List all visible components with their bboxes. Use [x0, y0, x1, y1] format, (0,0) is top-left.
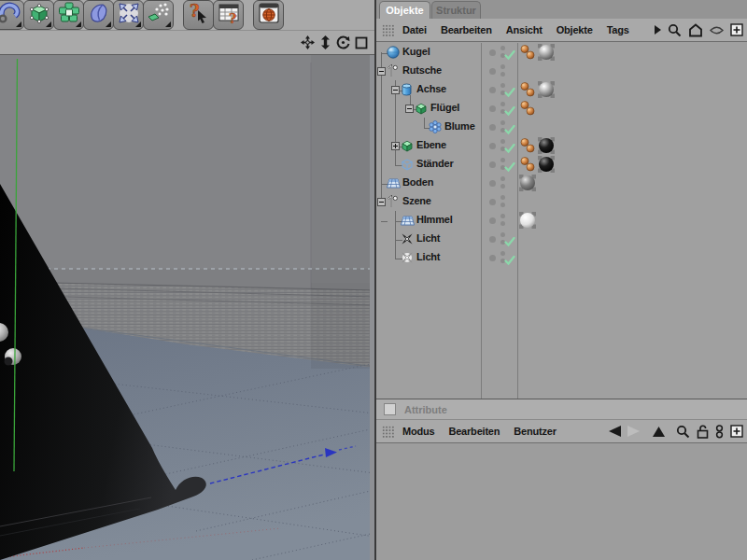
- search-icon[interactable]: [668, 23, 682, 37]
- om-menu-ansicht[interactable]: Ansicht: [506, 24, 543, 35]
- visibility-render-dot[interactable]: [500, 184, 505, 189]
- menu-grip-icon[interactable]: [382, 24, 395, 36]
- object-label[interactable]: Ebene: [416, 139, 446, 150]
- object-label[interactable]: Ständer: [416, 158, 454, 169]
- object-label[interactable]: Kugel: [402, 46, 430, 57]
- menu-grip-icon[interactable]: [382, 426, 395, 438]
- attr-menu-benutzer[interactable]: Benutzer: [514, 426, 556, 437]
- tag-mat-black-icon[interactable]: [538, 156, 555, 173]
- particle-emitter-tool-button[interactable]: [143, 0, 174, 30]
- tree-row-licht[interactable]: Licht: [376, 230, 747, 248]
- object-label[interactable]: Licht: [416, 251, 440, 262]
- object-label[interactable]: Rutsche: [402, 64, 442, 76]
- maximize-view-icon[interactable]: [355, 36, 368, 49]
- visibility-editor-dot[interactable]: [500, 214, 505, 218]
- move-view-icon[interactable]: [301, 35, 315, 49]
- lock-icon[interactable]: [697, 425, 709, 439]
- layer-dot[interactable]: [489, 217, 496, 224]
- tag-phong-icon[interactable]: [519, 100, 536, 117]
- magnet-spline-tool-button[interactable]: [0, 0, 24, 30]
- tab-objekte[interactable]: Objekte: [379, 1, 430, 19]
- visibility-editor-dot[interactable]: [500, 64, 505, 69]
- visibility-render-dot[interactable]: [500, 203, 505, 207]
- tag-phong-icon[interactable]: [519, 156, 536, 173]
- layer-dot[interactable]: [489, 161, 496, 168]
- expander-minus-icon[interactable]: [377, 198, 386, 206]
- array-object-tool-button[interactable]: [53, 0, 84, 30]
- attr-menu-bearbeiten[interactable]: Bearbeiten: [448, 426, 500, 437]
- tab-struktur[interactable]: Struktur: [431, 1, 481, 19]
- om-menu-datei[interactable]: Datei: [402, 24, 427, 35]
- up-icon[interactable]: [653, 427, 665, 437]
- object-label[interactable]: Blume: [444, 120, 475, 132]
- om-menu-tags[interactable]: Tags: [607, 24, 629, 35]
- tag-mat-silver-icon[interactable]: [538, 81, 555, 98]
- tree-row-szene[interactable]: Szene: [376, 192, 747, 211]
- layer-dot[interactable]: [489, 87, 496, 93]
- tree-row-blume[interactable]: Blume: [376, 118, 747, 136]
- expander-minus-icon[interactable]: [391, 86, 400, 94]
- attribute-tab-icon[interactable]: [384, 403, 396, 415]
- rotate-view-icon[interactable]: [336, 35, 350, 49]
- add-icon[interactable]: [730, 23, 743, 36]
- layer-dot[interactable]: [489, 236, 496, 243]
- object-label[interactable]: Licht: [416, 232, 440, 244]
- tree-row-licht[interactable]: Licht: [376, 248, 747, 267]
- om-menu-bearbeiten[interactable]: Bearbeiten: [441, 24, 492, 35]
- fit-scale-tool-button[interactable]: [113, 0, 144, 30]
- attr-menu-modus[interactable]: Modus: [402, 426, 434, 437]
- tag-phong-icon[interactable]: [519, 137, 536, 154]
- content-browser-tool-button[interactable]: [253, 0, 284, 30]
- make-editable-tool-button[interactable]: [23, 0, 54, 30]
- tree-row-flgel[interactable]: Flügel: [376, 99, 747, 118]
- forward-icon[interactable]: [627, 426, 640, 437]
- tree-row-stnder[interactable]: Ständer: [376, 155, 747, 174]
- tag-mat-gray-icon[interactable]: [519, 175, 536, 191]
- add-icon[interactable]: [730, 425, 743, 438]
- shell-object-tool-button[interactable]: [83, 0, 114, 30]
- expander-minus-icon[interactable]: [405, 105, 414, 113]
- visibility-render-dot[interactable]: [500, 221, 505, 226]
- tag-phong-icon[interactable]: [519, 81, 536, 98]
- expander-minus-icon[interactable]: [377, 67, 386, 76]
- help-tool-button[interactable]: ?: [183, 0, 214, 30]
- tree-row-rutsche[interactable]: Rutsche: [376, 62, 747, 80]
- zoom-view-icon[interactable]: [319, 35, 331, 49]
- search-icon[interactable]: [676, 425, 690, 439]
- viewport-3d[interactable]: [0, 55, 374, 560]
- tag-mat-silver-icon[interactable]: [538, 44, 555, 61]
- back-icon[interactable]: [609, 426, 621, 437]
- tag-mat-black-icon[interactable]: [538, 137, 555, 154]
- object-label[interactable]: Flügel: [430, 102, 459, 113]
- tree-row-ebene[interactable]: Ebene: [376, 136, 747, 155]
- visibility-render-dot[interactable]: [500, 72, 505, 77]
- object-label[interactable]: HImmel: [416, 214, 453, 225]
- tree-row-boden[interactable]: Boden: [376, 174, 747, 192]
- layer-dot[interactable]: [489, 105, 496, 112]
- tree-row-himmel[interactable]: HImmel: [376, 211, 747, 230]
- om-menu-objekte[interactable]: Objekte: [557, 24, 593, 35]
- tag-mat-white-icon[interactable]: [519, 212, 536, 229]
- overflow-arrow-icon[interactable]: [654, 25, 661, 35]
- home-icon[interactable]: [688, 23, 703, 37]
- history-icon[interactable]: [715, 425, 724, 439]
- object-label[interactable]: Achse: [416, 83, 446, 94]
- eye-icon[interactable]: [710, 26, 724, 35]
- tree-row-achse[interactable]: Achse: [376, 80, 747, 99]
- enabled-check-icon[interactable]: [504, 253, 515, 270]
- tag-phong-icon[interactable]: [519, 44, 536, 61]
- layer-dot[interactable]: [489, 49, 496, 56]
- layer-dot[interactable]: [489, 199, 496, 205]
- layer-dot[interactable]: [489, 255, 496, 261]
- tree-row-kugel[interactable]: Kugel: [376, 43, 747, 62]
- object-label[interactable]: Szene: [402, 195, 431, 206]
- visibility-editor-dot[interactable]: [500, 176, 505, 181]
- layer-dot[interactable]: [489, 68, 496, 75]
- layer-dot[interactable]: [489, 180, 496, 187]
- object-label[interactable]: Boden: [402, 176, 433, 188]
- layer-dot[interactable]: [489, 143, 496, 149]
- visibility-editor-dot[interactable]: [500, 195, 505, 200]
- layer-dot[interactable]: [489, 124, 496, 131]
- command-reference-tool-button[interactable]: ?: [213, 0, 244, 30]
- expander-plus-icon[interactable]: [391, 142, 400, 150]
